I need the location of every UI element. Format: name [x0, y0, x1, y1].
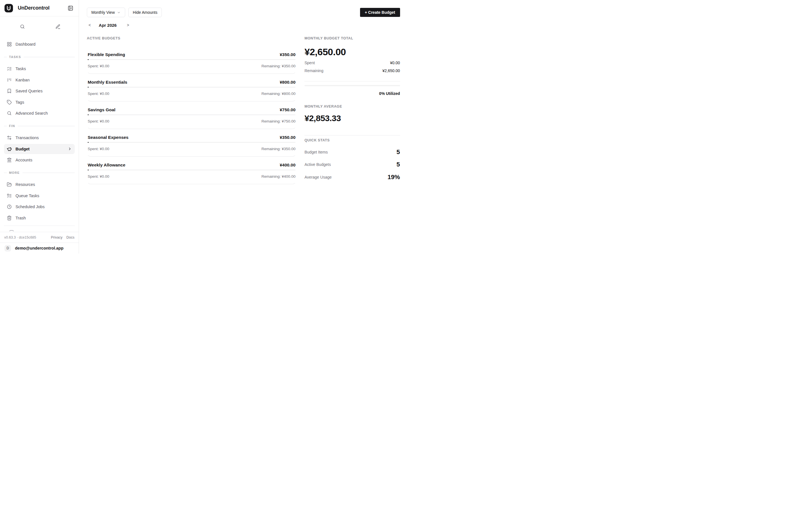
section-header-fin: FIN	[4, 123, 75, 129]
panel-divider	[305, 81, 400, 81]
monthly-budget-total-amount: ¥2,650.00	[305, 46, 400, 58]
stat-value: 5	[396, 149, 400, 156]
folder-open-icon	[7, 182, 12, 187]
budget-amount: ¥350.00	[280, 135, 296, 140]
docs-link[interactable]: Docs	[66, 235, 74, 239]
quick-stats-heading: QUICK STATS	[305, 138, 400, 144]
monthly-budget-total-heading: MONTHLY BUDGET TOTAL	[305, 36, 400, 41]
budget-progress-bar	[88, 142, 296, 143]
active-budgets-heading: ACTIVE BUDGETS	[87, 36, 296, 41]
sidebar-header: UnDercontrol	[0, 0, 79, 16]
sidebar-item-label: Tags	[15, 100, 24, 105]
hide-amounts-button[interactable]: Hide Amounts	[128, 8, 162, 17]
clipped-icon	[9, 230, 14, 231]
section-header-tasks: TASKS	[4, 54, 75, 60]
piggy-bank-icon	[7, 147, 12, 152]
sidebar-item-label: Scheduled Jobs	[15, 205, 45, 209]
stat-row-active-budgets: Active Budgets 5	[305, 161, 400, 168]
budget-remaining: Remaining: ¥750.00	[261, 119, 296, 123]
budget-progress-bar	[88, 59, 296, 60]
budget-spent: Spent: ¥0.00	[88, 119, 109, 123]
search-icon[interactable]	[18, 22, 26, 31]
sidebar-item-kanban[interactable]: Kanban	[4, 75, 75, 85]
active-budgets-section: ACTIVE BUDGETS Flexible Spending ¥350.00…	[87, 36, 296, 184]
budget-progress-bar	[88, 114, 296, 115]
utilized-text: 0% Utilized	[305, 91, 400, 96]
bookmark-icon	[7, 89, 12, 94]
budget-remaining: Remaining: ¥350.00	[261, 147, 296, 151]
user-menu[interactable]: D demo@undercontrol.app	[0, 242, 79, 253]
total-progress-bar	[305, 85, 400, 86]
sidebar-item-label: Resources	[15, 182, 35, 187]
budget-spent: Spent: ¥0.00	[88, 174, 109, 179]
budget-card[interactable]: Seasonal Expenses ¥350.00 Spent: ¥0.00 R…	[87, 129, 296, 157]
create-budget-button[interactable]: + Create Budget	[360, 8, 400, 17]
budget-card[interactable]: Monthly Essentials ¥800.00 Spent: ¥0.00 …	[87, 74, 296, 101]
stat-row-average-usage: Average Usage 19%	[305, 173, 400, 181]
sidebar-item-saved-queries[interactable]: Saved Queries	[4, 86, 75, 96]
budget-remaining: Remaining: ¥400.00	[261, 174, 296, 179]
list-todo-icon	[7, 193, 12, 198]
budget-name: Savings Goal	[88, 107, 115, 112]
sidebar-toolbar	[0, 16, 79, 34]
budget-amount: ¥800.00	[280, 80, 296, 85]
sidebar-item-dashboard[interactable]: Dashboard	[4, 39, 75, 49]
sidebar-item-label: Transactions	[15, 135, 39, 140]
remaining-value: ¥2,650.00	[382, 68, 400, 73]
sidebar-item-label: Kanban	[15, 78, 30, 82]
budget-card[interactable]: Weekly Allowance ¥400.00 Spent: ¥0.00 Re…	[87, 157, 296, 184]
panel-divider	[305, 135, 400, 135]
trash-icon	[7, 216, 12, 221]
stat-label: Average Usage	[305, 175, 332, 179]
privacy-link[interactable]: Privacy	[51, 235, 63, 239]
section-header-more: MORE	[4, 170, 75, 175]
stat-label: Budget Items	[305, 150, 328, 154]
budget-spent: Spent: ¥0.00	[88, 92, 109, 96]
sidebar-item-transactions[interactable]: Transactions	[4, 133, 75, 143]
stat-value: 5	[396, 161, 400, 168]
stat-label: Active Budgets	[305, 162, 331, 167]
sidebar-item-resources[interactable]: Resources	[4, 179, 75, 189]
section-fin-items: Transactions Budget	[4, 133, 75, 165]
budget-spent: Spent: ¥0.00	[88, 147, 109, 151]
budget-name: Monthly Essentials	[88, 80, 127, 85]
sidebar-item-tags[interactable]: Tags	[4, 97, 75, 107]
sidebar-item-label: Budget	[15, 147, 30, 151]
sidebar-item-accounts[interactable]: Accounts	[4, 155, 75, 165]
next-month-button[interactable]: >	[125, 22, 131, 29]
bank-icon	[7, 158, 12, 163]
tag-icon	[7, 100, 12, 105]
sidebar-item-label: Queue Tasks	[15, 193, 39, 198]
sidebar-item-tasks[interactable]: Tasks	[4, 64, 75, 74]
kanban-icon	[7, 77, 12, 82]
summary-panel: MONTHLY BUDGET TOTAL ¥2,650.00 Spent ¥0.…	[305, 36, 400, 184]
sidebar-footer: v0.63.3 · dce15c685 Privacy Docs	[0, 232, 79, 242]
spent-label: Spent	[305, 61, 315, 65]
budget-list: Flexible Spending ¥350.00 Spent: ¥0.00 R…	[87, 47, 296, 184]
sidebar-item-advanced-search[interactable]: Advanced Search	[4, 108, 75, 118]
view-selector-dropdown[interactable]: Monthly View	[87, 8, 125, 17]
sidebar-item-trash[interactable]: Trash	[4, 213, 75, 223]
edit-pen-icon[interactable]	[54, 22, 62, 31]
budget-name: Flexible Spending	[88, 52, 125, 57]
sidebar-item-scheduled-jobs[interactable]: Scheduled Jobs	[4, 202, 75, 212]
app-title: UnDercontrol	[18, 5, 50, 11]
month-navigation: < Apr 2026 >	[87, 22, 400, 29]
search-icon	[7, 111, 12, 116]
sidebar-divider	[4, 226, 75, 226]
version-text: v0.63.3 · dce15c685	[4, 235, 36, 239]
budget-progress-bar	[88, 87, 296, 88]
budget-card[interactable]: Flexible Spending ¥350.00 Spent: ¥0.00 R…	[87, 47, 296, 74]
sidebar-item-label: Saved Queries	[15, 89, 43, 93]
app-logo	[4, 4, 13, 12]
app-window: UnDercontrol	[0, 0, 406, 253]
budget-card[interactable]: Savings Goal ¥750.00 Spent: ¥0.00 Remain…	[87, 102, 296, 129]
sidebar-item-budget[interactable]: Budget	[4, 144, 75, 154]
list-checks-icon	[7, 66, 12, 71]
collapse-sidebar-icon[interactable]	[67, 4, 74, 12]
prev-month-button[interactable]: <	[87, 22, 93, 29]
section-tasks-items: Tasks Kanban Saved	[4, 64, 75, 118]
spent-value: ¥0.00	[390, 61, 400, 65]
user-email: demo@undercontrol.app	[15, 246, 63, 250]
sidebar-item-queue-tasks[interactable]: Queue Tasks	[4, 191, 75, 201]
